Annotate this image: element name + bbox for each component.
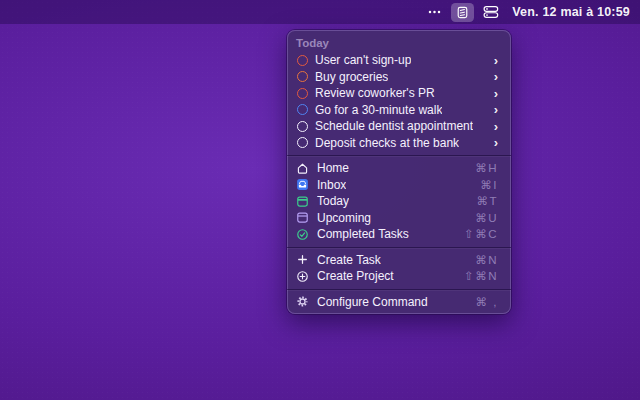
menu-item-completed-tasks[interactable]: Completed Tasks ⇧⌘C — [287, 226, 511, 243]
plus-icon — [296, 253, 309, 266]
chevron-right-icon: › — [494, 136, 498, 149]
upcoming-calendar-icon — [296, 211, 309, 224]
shortcut-hint: ⌘U — [475, 211, 498, 225]
menu-divider — [287, 247, 511, 248]
menu-item-task[interactable]: Buy groceries › — [287, 69, 511, 86]
menu-item-task[interactable]: Deposit checks at the bank › — [287, 135, 511, 152]
menu-item-task[interactable]: Go for a 30-minute walk › — [287, 102, 511, 119]
task-label: Buy groceries — [315, 70, 388, 84]
menu-item-task[interactable]: Schedule dentist appointment › — [287, 118, 511, 135]
menu-item-create-task[interactable]: Create Task ⌘N — [287, 252, 511, 269]
gear-icon — [296, 295, 309, 308]
chevron-right-icon: › — [494, 53, 498, 66]
menu-item-inbox[interactable]: Inbox ⌘I — [287, 177, 511, 194]
shortcut-hint: ⌘ , — [476, 295, 498, 309]
menu-bar-clock[interactable]: Ven. 12 mai à 10:59 — [512, 5, 630, 19]
priority-circle-icon — [297, 71, 308, 82]
shortcut-hint: ⌘T — [476, 194, 498, 208]
chevron-right-icon: › — [494, 86, 498, 99]
create-label: Create Project — [317, 269, 394, 283]
priority-circle-icon — [297, 55, 308, 66]
task-label: User can't sign-up — [315, 53, 411, 67]
menu-item-create-project[interactable]: Create Project ⇧⌘N — [287, 268, 511, 285]
nav-label: Inbox — [317, 178, 346, 192]
task-label: Go for a 30-minute walk — [315, 103, 442, 117]
chevron-right-icon: › — [494, 103, 498, 116]
chevron-right-icon: › — [494, 119, 498, 132]
more-dots-icon — [427, 5, 442, 19]
menu-item-configure-command[interactable]: Configure Command ⌘ , — [287, 294, 511, 311]
nav-label: Today — [317, 194, 349, 208]
shortcut-hint: ⇧⌘C — [464, 227, 498, 241]
completed-check-icon — [296, 228, 309, 241]
menu-item-task[interactable]: Review coworker's PR › — [287, 85, 511, 102]
priority-circle-icon — [297, 104, 308, 115]
menu-divider — [287, 155, 511, 156]
configure-label: Configure Command — [317, 295, 428, 309]
section-header-today: Today — [287, 35, 511, 52]
shortcut-hint: ⌘N — [475, 253, 498, 267]
menu-item-task[interactable]: User can't sign-up › — [287, 52, 511, 69]
menu-bar: Ven. 12 mai à 10:59 — [0, 0, 640, 24]
home-icon — [296, 162, 309, 175]
task-label: Deposit checks at the bank — [315, 136, 459, 150]
shortcut-hint: ⌘I — [480, 178, 498, 192]
today-calendar-icon — [296, 195, 309, 208]
command-dropdown-menu: Today User can't sign-up › Buy groceries… — [287, 30, 511, 314]
nav-label: Home — [317, 161, 349, 175]
menu-divider — [287, 289, 511, 290]
shortcut-hint: ⌘H — [475, 161, 498, 175]
command-app-menu-button[interactable] — [451, 3, 474, 22]
priority-circle-icon — [297, 88, 308, 99]
task-label: Review coworker's PR — [315, 86, 435, 100]
more-icon[interactable] — [427, 2, 442, 22]
menu-item-upcoming[interactable]: Upcoming ⌘U — [287, 210, 511, 227]
create-label: Create Task — [317, 253, 381, 267]
chevron-right-icon: › — [494, 70, 498, 83]
nav-label: Upcoming — [317, 211, 371, 225]
command-app-icon — [456, 6, 469, 19]
task-label: Schedule dentist appointment — [315, 119, 473, 133]
stack-menu-button[interactable] — [483, 2, 499, 22]
shortcut-hint: ⇧⌘N — [464, 269, 498, 283]
inbox-icon — [296, 178, 309, 191]
priority-circle-icon — [297, 121, 308, 132]
menu-item-home[interactable]: Home ⌘H — [287, 160, 511, 177]
menu-item-today[interactable]: Today ⌘T — [287, 193, 511, 210]
priority-circle-icon — [297, 137, 308, 148]
circled-plus-icon — [296, 270, 309, 283]
nav-label: Completed Tasks — [317, 227, 409, 241]
stack-icon — [483, 5, 499, 19]
